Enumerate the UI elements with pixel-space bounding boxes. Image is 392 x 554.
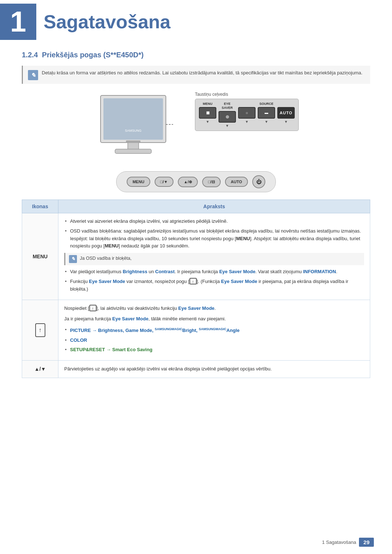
menu-sub-bullet-list: Var pielāgot iestatījumus Brightness un … — [64, 268, 364, 293]
chapter-number: 1 — [0, 4, 36, 40]
page-number: 29 — [359, 538, 374, 547]
table-header-icon: Ikonas — [22, 200, 58, 213]
menu-bullet-1: Atveriet vai aizveriet ekrāna displeja i… — [64, 218, 364, 225]
eye-saver-bullet-3: SETUP&RESET → Smart Eco Saving — [64, 346, 364, 354]
icon-cell-eye-saver: ↑ — [22, 300, 58, 361]
top-button-row: MENU ▦ ▼ EYESAVER ◎ ▼ ☼ ▼ — [195, 99, 299, 131]
btn-bottom-box-minus: □/⊟ — [202, 177, 221, 187]
menu-sub-bullet-1: Var pielāgot iestatījumus Brightness un … — [64, 268, 364, 276]
monitor-container: SAMSUNG — [93, 92, 173, 165]
table-row-menu: MENU Atveriet vai aizveriet ekrāna displ… — [22, 213, 370, 300]
menu-bullet-list: Atveriet vai aizveriet ekrāna displeja i… — [64, 218, 364, 250]
menu-sub-bullet-2: Funkciju Eye Saver Mode var izmantot, no… — [64, 278, 364, 293]
btn-menu: MENU ▦ ▼ — [199, 102, 216, 128]
eye-saver-bullet-1: PICTURE → Brightness, Game Mode, SAMSUNG… — [64, 326, 364, 334]
chapter-title: Sagatavošana — [36, 4, 178, 40]
desc-cell-nav: Pārvietojieties uz augšējo vai apakšējo … — [58, 361, 370, 378]
diagram-wrapper: SAMSUNG Taustiņu ceļvedis MENU ▦ ▼ — [22, 92, 370, 196]
btn-brightness: ☼ ▼ — [238, 102, 256, 128]
btn-bottom-up-circle: ▲/⊕ — [178, 177, 198, 187]
section-heading: 1.2.4 Priekšējās pogas (S**E450D*) — [22, 51, 370, 59]
table-row-eye-saver: ↑ Nospiediet [↑], lai aktivizētu vai dea… — [22, 300, 370, 361]
btn-bottom-menu: MENU — [127, 177, 150, 187]
icon-cell-menu: MENU — [22, 213, 58, 300]
note-text: Detaļu krāsa un forma var atšķirties no … — [42, 69, 363, 77]
svg-rect-3 — [115, 149, 151, 153]
monitor-svg: SAMSUNG — [93, 92, 173, 164]
inner-note-text: Ja OSD vadība ir bloķēta, — [80, 255, 131, 262]
button-guide-container: Taustiņu ceļvedis MENU ▦ ▼ EYESAVER ◎ ▼ — [195, 92, 299, 131]
svg-rect-1 — [103, 98, 163, 140]
eye-saver-bullet-2: COLOR — [64, 337, 364, 344]
nav-desc: Pārvietojieties uz augšējo vai apakšējo … — [64, 365, 364, 373]
eye-saver-p2: Ja ir pieejama funkcija Eye Saver Mode, … — [64, 315, 364, 323]
content-area: 1.2.4 Priekšējās pogas (S**E450D*) ✎ Det… — [0, 51, 392, 400]
inner-note-icon: ✎ — [69, 255, 77, 263]
svg-rect-2 — [128, 143, 139, 150]
page-footer: 1 Sagatavošana 29 — [322, 538, 374, 547]
eye-saver-bullet-list: PICTURE → Brightness, Game Mode, SAMSUNG… — [64, 326, 364, 354]
svg-text:SAMSUNG: SAMSUNG — [125, 129, 142, 132]
svg-rect-4 — [126, 140, 140, 143]
btn-eye-saver: EYESAVER ◎ ▼ — [219, 102, 236, 128]
btn-bottom-power: ⏻ — [252, 175, 265, 188]
menu-bullet-2: OSD vadības bloķēšana: saglabājiet pašre… — [64, 227, 364, 250]
btn-auto: AUTO ▼ — [277, 102, 295, 128]
eye-saver-p1: Nospiediet [↑], lai aktivizētu vai deakt… — [64, 304, 364, 312]
footer-chapter-label: 1 Sagatavošana — [322, 539, 356, 545]
guide-label: Taustiņu ceļvedis — [195, 92, 228, 97]
info-table: Ikonas Apraksts MENU Atveriet vai aizver… — [22, 200, 370, 378]
icon-cell-nav: ▲/▼ — [22, 361, 58, 378]
inner-note-menu: ✎ Ja OSD vadība ir bloķēta, — [64, 253, 364, 265]
note-box: ✎ Detaļu krāsa un forma var atšķirties n… — [22, 66, 370, 84]
table-header-desc: Apraksts — [58, 200, 370, 213]
note-icon: ✎ — [28, 70, 38, 80]
top-diagram: SAMSUNG Taustiņu ceļvedis MENU ▦ ▼ — [93, 92, 299, 165]
bottom-buttons-row: MENU □/▼ ▲/⊕ □/⊟ AUTO ⏻ — [116, 171, 276, 192]
table-row-nav: ▲/▼ Pārvietojieties uz augšējo vai apakš… — [22, 361, 370, 378]
desc-cell-menu: Atveriet vai aizveriet ekrāna displeja i… — [58, 213, 370, 300]
btn-source: SOURCE ▬ ▼ — [258, 102, 275, 128]
btn-bottom-auto: AUTO — [225, 177, 248, 187]
page-header: 1 Sagatavošana — [0, 0, 392, 40]
btn-bottom-up-down: □/▼ — [155, 177, 174, 187]
desc-cell-eye-saver: Nospiediet [↑], lai aktivizētu vai deakt… — [58, 300, 370, 361]
